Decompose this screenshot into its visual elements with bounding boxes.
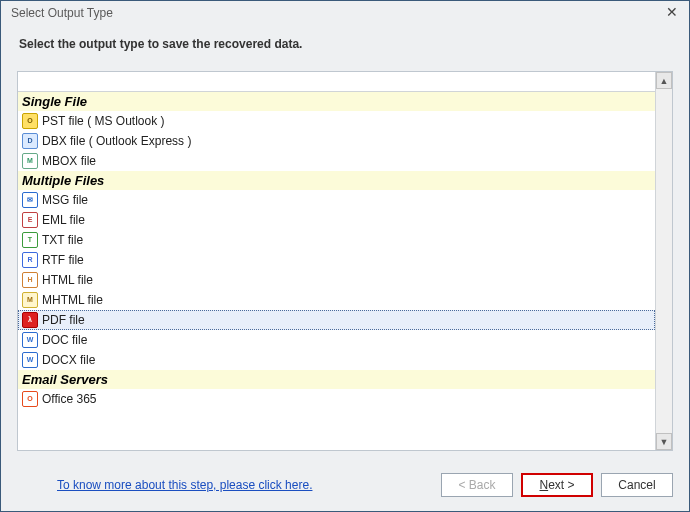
cancel-button[interactable]: Cancel [601, 473, 673, 497]
vertical-scrollbar[interactable]: ▲ ▼ [655, 72, 672, 450]
item-mhtml[interactable]: M MHTML file [18, 290, 655, 310]
next-button[interactable]: Next > [521, 473, 593, 497]
item-label: MSG file [42, 193, 88, 207]
group-multiple-files: Multiple Files [18, 171, 655, 190]
item-doc[interactable]: W DOC file [18, 330, 655, 350]
mhtml-icon: M [22, 292, 38, 308]
item-docx[interactable]: W DOCX file [18, 350, 655, 370]
item-label: HTML file [42, 273, 93, 287]
back-button[interactable]: < Back [441, 473, 513, 497]
item-label: RTF file [42, 253, 84, 267]
item-label: Office 365 [42, 392, 96, 406]
item-mbox[interactable]: M MBOX file [18, 151, 655, 171]
output-type-listbox: Single File O PST file ( MS Outlook ) D … [17, 71, 673, 451]
footer: To know more about this step, please cli… [1, 459, 689, 511]
pdf-icon: λ [22, 312, 38, 328]
pst-icon: O [22, 113, 38, 129]
item-label: PST file ( MS Outlook ) [42, 114, 164, 128]
titlebar: Select Output Type ✕ [1, 1, 689, 25]
item-msg[interactable]: ✉ MSG file [18, 190, 655, 210]
scroll-track[interactable] [656, 89, 672, 433]
list-body: Single File O PST file ( MS Outlook ) D … [18, 92, 655, 450]
item-pst[interactable]: O PST file ( MS Outlook ) [18, 111, 655, 131]
docx-icon: W [22, 352, 38, 368]
item-label: DOC file [42, 333, 87, 347]
item-label: DOCX file [42, 353, 95, 367]
item-label: EML file [42, 213, 85, 227]
html-icon: H [22, 272, 38, 288]
item-label: MHTML file [42, 293, 103, 307]
msg-icon: ✉ [22, 192, 38, 208]
eml-icon: E [22, 212, 38, 228]
close-icon[interactable]: ✕ [661, 4, 683, 22]
group-email-servers: Email Servers [18, 370, 655, 389]
scroll-down-button[interactable]: ▼ [656, 433, 672, 450]
group-single-file: Single File [18, 92, 655, 111]
item-dbx[interactable]: D DBX file ( Outlook Express ) [18, 131, 655, 151]
dbx-icon: D [22, 133, 38, 149]
instruction-text: Select the output type to save the recov… [1, 25, 689, 71]
doc-icon: W [22, 332, 38, 348]
rtf-icon: R [22, 252, 38, 268]
mbox-icon: M [22, 153, 38, 169]
scroll-up-button[interactable]: ▲ [656, 72, 672, 89]
item-label: TXT file [42, 233, 83, 247]
help-link[interactable]: To know more about this step, please cli… [17, 478, 433, 492]
item-html[interactable]: H HTML file [18, 270, 655, 290]
listbox-inner: Single File O PST file ( MS Outlook ) D … [18, 72, 655, 450]
item-pdf[interactable]: λ PDF file [18, 310, 655, 330]
item-label: PDF file [42, 313, 85, 327]
dialog-window: Select Output Type ✕ Select the output t… [0, 0, 690, 512]
window-title: Select Output Type [7, 6, 661, 20]
item-label: MBOX file [42, 154, 96, 168]
office365-icon: O [22, 391, 38, 407]
item-eml[interactable]: E EML file [18, 210, 655, 230]
item-txt[interactable]: T TXT file [18, 230, 655, 250]
list-column-header [18, 72, 655, 92]
content-area: Single File O PST file ( MS Outlook ) D … [1, 71, 689, 459]
txt-icon: T [22, 232, 38, 248]
item-office365[interactable]: O Office 365 [18, 389, 655, 409]
item-label: DBX file ( Outlook Express ) [42, 134, 191, 148]
item-rtf[interactable]: R RTF file [18, 250, 655, 270]
